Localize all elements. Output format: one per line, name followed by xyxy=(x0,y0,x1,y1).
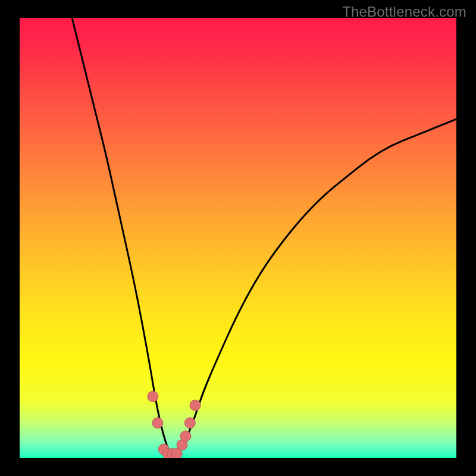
watermark-text: TheBottleneck.com xyxy=(342,4,466,20)
marker-point xyxy=(184,418,195,428)
marker-group xyxy=(148,391,201,458)
marker-point xyxy=(190,400,201,411)
marker-point xyxy=(152,418,163,428)
marker-point xyxy=(148,391,158,402)
marker-point xyxy=(180,431,191,441)
bottleneck-chart xyxy=(20,18,456,458)
bottleneck-curve-path xyxy=(72,18,456,454)
chart-area xyxy=(20,18,456,458)
